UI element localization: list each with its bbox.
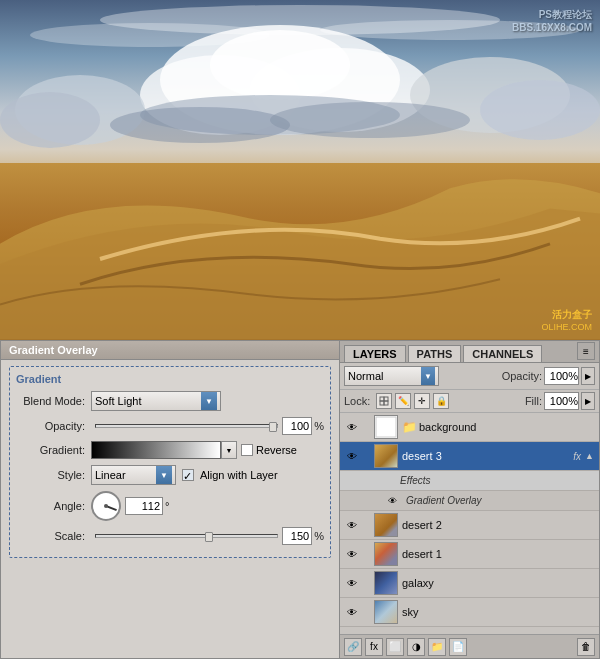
layer-eye-background[interactable]: 👁 bbox=[344, 419, 360, 435]
layers-blend-arrow: ▼ bbox=[421, 367, 435, 385]
gradient-panel-title: Gradient Overlay bbox=[1, 341, 339, 360]
align-layer-checkbox[interactable]: ✓ bbox=[182, 469, 194, 481]
layer-item-galaxy[interactable]: 👁 galaxy bbox=[340, 569, 599, 598]
layer-eye-desert1[interactable]: 👁 bbox=[344, 546, 360, 562]
layers-panel: LAYERS PATHS CHANNELS ≡ Normal ▼ Opacity… bbox=[340, 340, 600, 659]
layer-item-effects[interactable]: Effects bbox=[340, 471, 599, 491]
layer-name-background: background bbox=[419, 421, 595, 433]
layer-eye-galaxy[interactable]: 👁 bbox=[344, 575, 360, 591]
scale-slider[interactable] bbox=[95, 534, 278, 538]
layer-name-desert1: desert 1 bbox=[402, 548, 595, 560]
add-group-btn[interactable]: 📁 bbox=[428, 638, 446, 656]
layer-item-gradient-overlay[interactable]: 👁 Gradient Overlay bbox=[340, 491, 599, 511]
layers-blend-select[interactable]: Normal ▼ bbox=[344, 366, 439, 386]
opacity-label: Opacity: bbox=[16, 420, 91, 432]
opacity-row: Opacity: % bbox=[16, 417, 324, 435]
layer-item-desert3[interactable]: 👁 desert 3 fx ▲ bbox=[340, 442, 599, 471]
angle-label: Angle: bbox=[16, 500, 91, 512]
layers-opacity-arrow[interactable]: ▶ bbox=[581, 367, 595, 385]
blend-mode-row: Blend Mode: Soft Light ▼ bbox=[16, 391, 324, 411]
layers-fill-control: Fill: ▶ bbox=[525, 392, 595, 410]
style-select[interactable]: Linear ▼ bbox=[91, 465, 176, 485]
add-layer-btn[interactable]: 📄 bbox=[449, 638, 467, 656]
add-mask-btn[interactable]: ⬜ bbox=[386, 638, 404, 656]
layer-item-desert1[interactable]: 👁 desert 1 bbox=[340, 540, 599, 569]
layers-fill-input[interactable] bbox=[544, 392, 579, 410]
gradient-dropdown-btn[interactable]: ▼ bbox=[221, 441, 237, 459]
blend-mode-arrow: ▼ bbox=[201, 392, 217, 410]
layers-opacity-input[interactable] bbox=[544, 367, 579, 385]
layer-thumb-desert2 bbox=[374, 513, 398, 537]
style-select-arrow: ▼ bbox=[156, 466, 172, 484]
angle-center bbox=[104, 504, 108, 508]
svg-rect-17 bbox=[384, 401, 388, 405]
layer-thumb-sky bbox=[374, 600, 398, 624]
layer-thumb-desert1 bbox=[374, 542, 398, 566]
lock-all-btn[interactable]: 🔒 bbox=[433, 393, 449, 409]
layer-thumb-desert3 bbox=[374, 444, 398, 468]
gradient-preview[interactable] bbox=[91, 441, 221, 459]
reverse-checkbox[interactable] bbox=[241, 444, 253, 456]
gradient-row: Gradient: ▼ Reverse bbox=[16, 441, 324, 459]
reverse-checkbox-row: Reverse bbox=[241, 444, 297, 456]
layers-lock-row: Lock: ✏️ ✛ 🔒 Fill: ▶ bbox=[340, 390, 599, 413]
tab-paths[interactable]: PATHS bbox=[408, 345, 462, 362]
svg-rect-15 bbox=[384, 397, 388, 401]
layer-eye-sky[interactable]: 👁 bbox=[344, 604, 360, 620]
gradient-label: Gradient: bbox=[16, 444, 91, 456]
svg-rect-18 bbox=[376, 417, 396, 437]
opacity-slider-thumb bbox=[269, 422, 277, 432]
effects-label: Effects bbox=[400, 475, 431, 486]
layers-tabs-bar: LAYERS PATHS CHANNELS ≡ bbox=[340, 341, 599, 363]
watermark-bottom: 活力盒子 OLIHE.COM bbox=[541, 308, 592, 332]
add-adjustment-btn[interactable]: ◑ bbox=[407, 638, 425, 656]
blend-mode-label: Blend Mode: bbox=[16, 395, 91, 407]
gradient-section-title: Gradient bbox=[16, 373, 324, 385]
angle-row: Angle: ° bbox=[16, 491, 324, 521]
add-style-btn[interactable]: fx bbox=[365, 638, 383, 656]
layers-fill-arrow[interactable]: ▶ bbox=[581, 392, 595, 410]
layers-controls-row: Normal ▼ Opacity: ▶ bbox=[340, 363, 599, 390]
desert-image: PS教程论坛 BBS.16XX8.COM 活力盒子 OLIHE.COM bbox=[0, 0, 600, 340]
layers-panel-menu[interactable]: ≡ bbox=[577, 342, 595, 360]
sky-background bbox=[0, 0, 600, 187]
scale-input[interactable] bbox=[282, 527, 312, 545]
lock-position-btn[interactable]: ✛ bbox=[414, 393, 430, 409]
layer-eye-desert3[interactable]: 👁 bbox=[344, 448, 360, 464]
layer-item-sky[interactable]: 👁 sky bbox=[340, 598, 599, 627]
delete-layer-btn[interactable]: 🗑 bbox=[577, 638, 595, 656]
folder-icon-background: 📁 bbox=[402, 420, 417, 434]
layer-thumb-galaxy bbox=[374, 571, 398, 595]
align-layer-row: ✓ Align with Layer bbox=[182, 469, 278, 481]
lock-transparent-btn[interactable] bbox=[376, 393, 392, 409]
layer-name-desert3: desert 3 bbox=[402, 450, 573, 462]
link-layers-btn[interactable]: 🔗 bbox=[344, 638, 362, 656]
blend-mode-select[interactable]: Soft Light ▼ bbox=[91, 391, 221, 411]
tab-layers[interactable]: LAYERS bbox=[344, 345, 406, 362]
layer-item-desert2[interactable]: 👁 desert 2 bbox=[340, 511, 599, 540]
watermark-top: PS教程论坛 BBS.16XX8.COM bbox=[512, 8, 592, 33]
gradient-overlay-label: Gradient Overlay bbox=[406, 495, 482, 506]
sand-base bbox=[0, 163, 600, 340]
layer-name-desert2: desert 2 bbox=[402, 519, 595, 531]
scale-label: Scale: bbox=[16, 530, 91, 542]
tab-channels[interactable]: CHANNELS bbox=[463, 345, 542, 362]
svg-rect-16 bbox=[380, 401, 384, 405]
scale-slider-thumb bbox=[205, 532, 213, 542]
opacity-input[interactable] bbox=[282, 417, 312, 435]
angle-input[interactable] bbox=[125, 497, 163, 515]
layer-eye-desert2[interactable]: 👁 bbox=[344, 517, 360, 533]
layer-eye-gradient-overlay[interactable]: 👁 bbox=[384, 493, 400, 509]
style-label: Style: bbox=[16, 469, 91, 481]
gradient-overlay-panel: Gradient Overlay Gradient Blend Mode: So… bbox=[0, 340, 340, 659]
style-row: Style: Linear ▼ ✓ Align with Layer bbox=[16, 465, 324, 485]
lock-image-btn[interactable]: ✏️ bbox=[395, 393, 411, 409]
opacity-slider[interactable] bbox=[95, 424, 278, 428]
layers-bottom-bar: 🔗 fx ⬜ ◑ 📁 📄 🗑 bbox=[340, 634, 599, 658]
layers-opacity-control: Opacity: ▶ bbox=[502, 367, 595, 385]
layer-item-background[interactable]: 👁 📁 background bbox=[340, 413, 599, 442]
angle-dial[interactable] bbox=[91, 491, 121, 521]
layer-thumb-background bbox=[374, 415, 398, 439]
gradient-section: Gradient Blend Mode: Soft Light ▼ Opacit… bbox=[9, 366, 331, 558]
layer-name-galaxy: galaxy bbox=[402, 577, 595, 589]
